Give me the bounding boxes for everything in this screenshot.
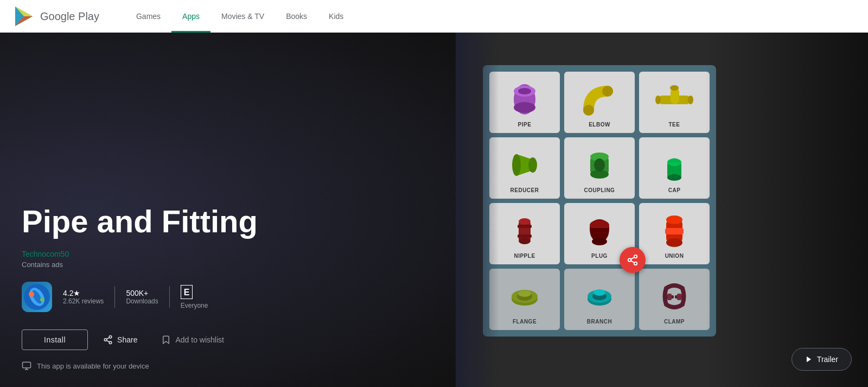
svg-point-64 <box>634 255 637 258</box>
pipe-cell-reducer: REDUCER <box>489 137 560 199</box>
pipe-plug-svg <box>580 212 618 250</box>
device-available-notice: This app is available for your device <box>22 361 456 371</box>
svg-point-31 <box>512 154 521 176</box>
svg-text:E: E <box>183 288 189 297</box>
trailer-label: Trailer <box>817 355 838 364</box>
nav-books[interactable]: Books <box>275 0 318 33</box>
svg-point-28 <box>670 85 679 91</box>
app-detail-panel: Pipe and Fitting Technocom50 Contains ad… <box>0 33 456 387</box>
install-button[interactable]: Install <box>22 329 88 350</box>
svg-point-29 <box>655 96 661 104</box>
svg-point-42 <box>519 238 531 244</box>
pipe-cell-clamp: CLAMP <box>639 269 710 330</box>
app-screenshot[interactable]: PIPE ELBOW <box>483 65 716 337</box>
rating-block: 4.2★ 2.62K reviews <box>63 289 104 305</box>
svg-line-67 <box>631 261 634 263</box>
svg-point-32 <box>528 157 537 173</box>
svg-line-15 <box>107 340 110 342</box>
svg-point-59 <box>593 289 605 296</box>
svg-rect-63 <box>677 294 681 300</box>
floating-share-button[interactable] <box>620 247 646 273</box>
pipe-elbow-img <box>580 80 618 118</box>
pipe-pipe-svg <box>506 80 544 118</box>
share-button[interactable]: Share <box>94 329 146 350</box>
pipe-tee-svg <box>655 80 693 118</box>
svg-point-66 <box>634 262 637 265</box>
nav-apps[interactable]: Apps <box>171 0 210 33</box>
pipe-cell-union: UNION <box>639 203 710 264</box>
play-logo-icon <box>13 5 35 27</box>
logo-area: Google Play <box>13 5 99 27</box>
pipe-flange-img <box>506 277 544 315</box>
svg-point-65 <box>628 258 631 262</box>
age-rating-label: Everyone <box>181 302 208 309</box>
main-nav: Games Apps Movies & TV Books Kids <box>125 0 354 33</box>
svg-point-8 <box>29 291 34 297</box>
screenshot-panel: PIPE ELBOW <box>456 33 868 387</box>
pipe-reducer-svg <box>506 146 544 184</box>
downloads-block: 500K+ Downloads <box>126 289 158 305</box>
nav-kids[interactable]: Kids <box>318 0 354 33</box>
contains-ads-label: Contains ads <box>22 261 456 269</box>
pipe-coupling-img <box>580 146 618 184</box>
app-meta-row: 4.2★ 2.62K reviews 500K+ Downloads <box>22 282 456 312</box>
app-info: Pipe and Fitting Technocom50 Contains ad… <box>22 204 456 371</box>
app-icon-svg <box>23 283 50 310</box>
svg-point-30 <box>688 96 693 104</box>
nav-games[interactable]: Games <box>125 0 171 33</box>
device-notice-text: This app is available for your device <box>37 362 149 370</box>
pipe-coupling-label: COUPLING <box>584 187 615 193</box>
pipe-union-svg <box>655 212 693 250</box>
nav-movies[interactable]: Movies & TV <box>210 0 275 33</box>
svg-point-36 <box>594 158 605 172</box>
pipe-cell-tee: TEE <box>639 72 710 133</box>
divider-2 <box>169 286 170 308</box>
pipe-cap-img <box>655 146 693 184</box>
wishlist-label: Add to wishlist <box>175 335 224 344</box>
app-icon <box>22 282 52 312</box>
pipe-cap-label: CAP <box>668 187 681 193</box>
pipe-cell-cap: CAP <box>639 137 710 199</box>
svg-point-25 <box>583 105 594 116</box>
pipe-nipple-svg <box>506 212 544 250</box>
wishlist-button[interactable]: Add to wishlist <box>152 329 232 350</box>
svg-point-13 <box>104 339 107 341</box>
reviews-count: 2.62K reviews <box>63 297 104 305</box>
left-fade-overlay <box>456 33 499 387</box>
play-icon <box>805 356 813 363</box>
svg-point-50 <box>666 238 682 247</box>
pipe-clamp-svg <box>655 277 693 315</box>
logo-text: Google Play <box>40 10 99 23</box>
e-rating-icon: E <box>181 285 193 299</box>
age-rating-block: E Everyone <box>181 285 208 309</box>
pipe-cell-flange: FLANGE <box>489 269 560 330</box>
svg-rect-44 <box>518 234 532 238</box>
right-fade-overlay <box>705 33 868 387</box>
svg-point-12 <box>109 336 112 339</box>
svg-line-16 <box>107 338 110 339</box>
pipe-flange-svg <box>506 277 544 315</box>
pipe-cell-branch: BRANCH <box>564 269 635 330</box>
svg-marker-4 <box>15 7 33 26</box>
pipe-clamp-label: CLAMP <box>664 319 685 325</box>
downloads-value: 500K+ <box>126 289 148 297</box>
float-share-icon <box>627 254 639 266</box>
pipe-union-label: UNION <box>665 253 684 259</box>
pipe-branch-label: BRANCH <box>587 319 612 325</box>
svg-point-47 <box>592 238 607 245</box>
svg-rect-43 <box>518 225 532 228</box>
svg-point-14 <box>109 341 112 344</box>
pipe-cell-nipple: NIPPLE <box>489 203 560 264</box>
pipe-elbow-svg <box>580 80 618 118</box>
pipe-reducer-img <box>506 146 544 184</box>
pipe-pipe-img <box>506 80 544 118</box>
pipe-cell-elbow: ELBOW <box>564 72 635 133</box>
svg-rect-62 <box>667 294 672 300</box>
developer-name[interactable]: Technocom50 <box>22 250 456 258</box>
trailer-button[interactable]: Trailer <box>792 348 852 371</box>
svg-point-22 <box>518 88 531 94</box>
rating-value: 4.2★ <box>63 289 80 297</box>
pipe-tee-label: TEE <box>669 122 680 128</box>
pipe-branch-img <box>580 277 618 315</box>
svg-point-23 <box>514 102 535 113</box>
